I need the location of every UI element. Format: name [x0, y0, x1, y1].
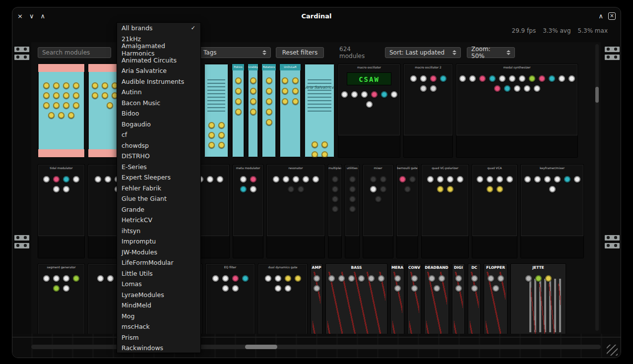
module-tile[interactable]: quad VCA	[472, 164, 517, 258]
sort-dropdown-label: Sort: Last updated	[389, 49, 444, 56]
module-tile[interactable]: JETTE	[510, 263, 566, 334]
brand-menu-item[interactable]: ihtsyn	[117, 226, 200, 237]
brand-menu-item[interactable]: Little Utils	[117, 268, 200, 279]
brand-menu-item[interactable]: All brands ✓	[117, 23, 200, 34]
brand-menu-item[interactable]: Autinn	[117, 87, 200, 98]
chevron-up-icon[interactable]: ∧	[40, 13, 45, 19]
module-tile[interactable]: bernoulli gate	[396, 164, 418, 258]
keep-above-icon[interactable]: ∧	[598, 13, 603, 19]
module-tile[interactable]: macro oscillator CSAW	[338, 63, 400, 158]
vertical-scrollbar-thumb[interactable]	[595, 87, 599, 103]
brand-menu-item[interactable]: HetrickCV	[117, 215, 200, 226]
brand-menu-item[interactable]: E-Series	[117, 162, 200, 173]
brand-menu-item[interactable]: LifeFormModular	[117, 257, 200, 268]
module-title: mixer	[363, 165, 393, 171]
knob	[504, 85, 510, 92]
module-tile[interactable]: AMP	[311, 263, 322, 334]
module-tile[interactable]: Aria Salvatrice	[304, 63, 335, 158]
module-tile[interactable]: MERA	[390, 263, 404, 334]
brand-menu-item[interactable]: Fehler Fabrik	[117, 183, 200, 194]
module-panel-art	[468, 270, 480, 316]
module-tile[interactable]: utilities	[345, 164, 360, 258]
module-tile[interactable]: DC	[468, 263, 481, 334]
knob	[235, 98, 242, 105]
module-title: EQ filter	[206, 264, 254, 270]
close-icon[interactable]: ×	[17, 13, 23, 19]
module-tile[interactable]: multiples	[328, 164, 342, 258]
brand-menu-item[interactable]: Audible Instruments	[117, 76, 200, 87]
brand-menu-item[interactable]: Glue the Giant	[117, 193, 200, 204]
brand-menu-item-label: Animated Circuits	[122, 57, 177, 64]
sort-dropdown[interactable]: Sort: Last updated	[385, 47, 461, 58]
module-tile[interactable]: meta modulator	[233, 164, 263, 258]
module-tile[interactable]: macro oscillator 2	[403, 63, 453, 158]
brand-menu-item[interactable]: Bogaudio	[117, 119, 200, 130]
brand-menu-item[interactable]: MindMeld	[117, 300, 200, 311]
horizontal-scrollbar-thumb[interactable]	[245, 345, 277, 349]
module-tile[interactable]: FLOPPER	[484, 263, 507, 334]
brand-menu-item[interactable]: Aria Salvatrice	[117, 65, 200, 76]
brand-menu-item[interactable]: mscHack	[117, 321, 200, 332]
module-title: Pokies	[232, 64, 244, 70]
knob	[394, 285, 401, 292]
brand-menu-item[interactable]: Rackwindows	[117, 343, 200, 353]
brand-menu-item[interactable]: cf	[117, 129, 200, 140]
brand-menu-item[interactable]: Bidoo	[117, 108, 200, 119]
knob	[53, 186, 60, 192]
reset-filters-button[interactable]: Reset filters	[276, 47, 324, 58]
reset-filters-label: Reset filters	[282, 49, 318, 56]
chevron-down-icon[interactable]: ∨	[29, 13, 34, 19]
brand-menu-item[interactable]: LyraeModules	[117, 290, 200, 301]
brand-menu-item[interactable]: Mog	[117, 311, 200, 322]
module-tile[interactable]: keyframer/mixer	[520, 164, 584, 258]
resize-grip[interactable]	[607, 345, 618, 356]
knob	[493, 285, 499, 292]
module-panel-art	[397, 171, 418, 217]
brand-menu-item[interactable]: chowdsp	[117, 140, 200, 151]
knob	[250, 98, 256, 105]
module-tile[interactable]: CONV	[407, 263, 421, 334]
brand-menu-item[interactable]: Impromptu	[117, 236, 200, 247]
module-tile[interactable]: tidal modulator	[38, 164, 85, 258]
brand-menu-item[interactable]: Expert Sleepers	[117, 172, 200, 183]
knob	[469, 75, 476, 82]
module-tile[interactable]: UnDuLaR	[279, 63, 301, 158]
module-tile[interactable]: modal synthesizer	[456, 63, 578, 158]
knob	[240, 176, 247, 182]
brand-menu-item[interactable]: Grande	[117, 204, 200, 215]
brand-menu-item[interactable]: JW-Modules	[117, 247, 200, 258]
module-tile[interactable]: Pokies	[232, 63, 245, 158]
module-tile[interactable]	[38, 63, 85, 158]
module-tile[interactable]	[204, 63, 229, 158]
zoom-dropdown[interactable]: Zoom: 50%	[467, 47, 515, 58]
module-tile[interactable]: resonator	[266, 164, 325, 258]
knob	[535, 275, 542, 282]
knob	[298, 186, 304, 192]
knob	[292, 88, 299, 94]
module-tile[interactable]: segment generator	[38, 263, 85, 334]
brand-menu-item[interactable]: Amalgamated Harmonics	[117, 44, 200, 55]
module-tile[interactable]: dual dynamics gate	[258, 263, 308, 334]
module-tile[interactable]: DEADBAND	[424, 263, 449, 334]
knob	[341, 91, 348, 98]
module-panel-art	[472, 171, 517, 217]
knob	[440, 75, 446, 82]
close-box-icon[interactable]: ×	[608, 12, 616, 20]
brand-menu-item[interactable]: Bacon Music	[117, 98, 200, 109]
vertical-scrollbar[interactable]	[595, 44, 599, 331]
module-tile[interactable]: BASS	[325, 263, 387, 334]
module-tile[interactable]: mixer	[363, 164, 393, 258]
knob	[222, 275, 229, 282]
module-tile[interactable]: DIGI	[452, 263, 465, 334]
module-tile[interactable]: quad VC-polarizer	[421, 164, 469, 258]
brand-menu-item[interactable]: Lomas	[117, 279, 200, 290]
knob	[487, 186, 493, 192]
brand-menu-item[interactable]: DISTRHO	[117, 151, 200, 162]
brand-menu-item[interactable]: Prism	[117, 332, 200, 343]
module-tile[interactable]: EQ filter	[205, 263, 255, 334]
search-input[interactable]	[42, 49, 107, 56]
knob	[295, 275, 301, 282]
module-tile[interactable]: Rotatoes	[261, 63, 276, 158]
tags-dropdown[interactable]: Tags	[199, 47, 271, 58]
module-tile[interactable]: Grabby	[248, 63, 258, 158]
